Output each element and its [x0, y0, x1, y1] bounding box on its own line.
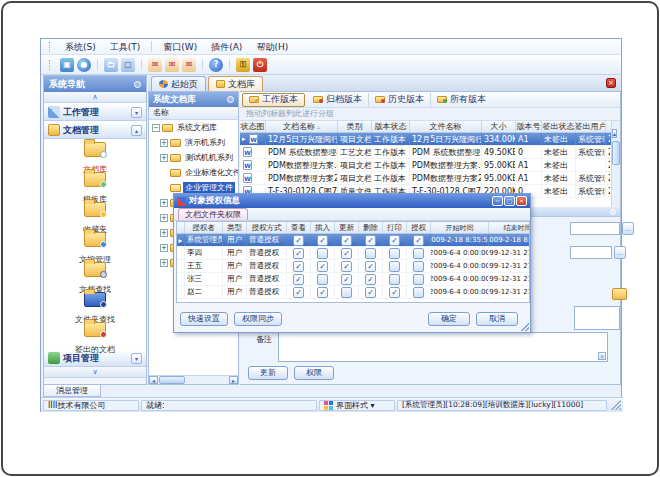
update-button[interactable]: 更新	[248, 366, 288, 380]
help-icon[interactable]: ?	[209, 58, 223, 72]
update-checkbox[interactable]	[341, 261, 352, 272]
chevron-down-icon[interactable]: ▾	[131, 107, 142, 118]
column-header-category[interactable]: 类别	[338, 121, 372, 132]
permission-row[interactable]: 李四用户 普通授权 2009-6-4 0:00:009999-12-31 23:…	[177, 247, 530, 260]
dialog-title-bar[interactable]: 对象授权信息 ─ □ ×	[174, 194, 530, 208]
scroll-up-icon[interactable]: ▴	[612, 129, 617, 138]
mail-receive-icon[interactable]: ✉	[182, 58, 196, 72]
collapse-icon[interactable]: −	[152, 124, 160, 132]
tree-column-header[interactable]: 名称	[149, 107, 238, 120]
maximize-icon[interactable]: □	[504, 196, 515, 206]
scrollbar-thumb[interactable]	[612, 141, 620, 165]
sidebar-item-doc-library[interactable]: 文档库	[44, 142, 146, 172]
tab-folder-permissions[interactable]: 文档文件夹权限	[178, 208, 248, 220]
column-header-version-state[interactable]: 版本状态	[372, 121, 410, 132]
view-checkbox[interactable]	[293, 261, 304, 272]
delete-checkbox[interactable]	[365, 287, 376, 298]
view-checkbox[interactable]	[293, 274, 304, 285]
expand-icon[interactable]: +	[160, 244, 168, 252]
insert-checkbox[interactable]	[317, 235, 328, 246]
remark-textarea[interactable]: ∨	[278, 332, 608, 362]
permission-button[interactable]: 权限	[294, 366, 334, 380]
sidebar-item-doc-search[interactable]: 文档查找	[44, 262, 146, 292]
permission-row[interactable]: 王五用户 普通授权 2009-6-4 0:00:009999-12-31 23:…	[177, 260, 530, 273]
version-tab-archived[interactable]: 归档版本	[307, 93, 369, 107]
sidebar-item-template-library[interactable]: 模板库	[44, 172, 146, 202]
view-checkbox[interactable]	[293, 235, 304, 246]
expand-icon[interactable]: +	[160, 214, 168, 222]
pin-icon[interactable]	[227, 96, 234, 103]
col-end-time[interactable]: 结束时间	[489, 222, 530, 233]
update-checkbox[interactable]	[341, 274, 352, 285]
expand-icon[interactable]: +	[160, 199, 168, 207]
insert-checkbox[interactable]	[317, 248, 328, 259]
version-tab-all[interactable]: 所有版本	[431, 93, 492, 107]
open-library-icon[interactable]: 🗀	[104, 58, 118, 72]
scrollbar-thumb[interactable]	[159, 376, 185, 384]
resize-grip[interactable]	[611, 400, 621, 410]
expand-icon[interactable]: +	[160, 154, 168, 162]
grant-checkbox[interactable]	[413, 274, 424, 285]
ui-style-dropdown[interactable]: 界面样式 ▾	[319, 400, 395, 411]
mail-icon[interactable]: ✉	[148, 58, 162, 72]
mail-send-icon[interactable]: ✉	[165, 58, 179, 72]
column-header-doc-name[interactable]: 文档名称▵	[266, 121, 338, 132]
group-by-band[interactable]: 拖动列标题到此进行分组	[240, 108, 620, 121]
property-field[interactable]	[570, 222, 620, 235]
col-mode[interactable]: 授权方式	[247, 222, 287, 233]
ok-button[interactable]: 确定	[428, 312, 470, 326]
sidebar-item-favorites[interactable]: 收藏夹	[44, 202, 146, 232]
system-icon[interactable]: ▣	[60, 58, 74, 72]
version-tab-history[interactable]: 历史版本	[369, 93, 431, 107]
tree-item[interactable]: + 测试机机系列	[149, 150, 238, 165]
menu-help[interactable]: 帮助(H)	[250, 40, 294, 54]
expand-icon[interactable]: +	[160, 139, 168, 147]
permission-row-selected[interactable]: ▸ 系统管理员用户 普通授权 2009-2-18 8:35:573009-2-1…	[177, 234, 530, 247]
view-checkbox[interactable]	[293, 287, 304, 298]
grant-checkbox[interactable]	[413, 235, 424, 246]
menu-tools[interactable]: 工具(T)	[104, 40, 147, 54]
insert-checkbox[interactable]	[317, 274, 328, 285]
expand-icon[interactable]: +	[160, 229, 168, 237]
quick-setup-button[interactable]: 快速设置	[180, 312, 228, 326]
sidebar-scroll-down[interactable]: ∨	[44, 367, 146, 378]
ellipsis-button[interactable]: …	[622, 222, 634, 235]
col-view[interactable]: 查看	[287, 222, 311, 233]
column-header-status[interactable]: 状态图	[240, 121, 266, 132]
update-checkbox[interactable]	[341, 248, 352, 259]
update-checkbox[interactable]	[341, 287, 352, 298]
network-globe-icon[interactable]: ●	[77, 58, 91, 72]
table-row[interactable]: W PDM 系统数据整理检...工艺文档 工作版本PDM 系统数据整理... 4…	[240, 146, 611, 159]
sidebar-section-work[interactable]: 工作管理 ▾	[44, 103, 146, 121]
tree-item[interactable]: − 系统文档库	[149, 120, 238, 135]
tab-start-page[interactable]: 起始页	[151, 76, 206, 91]
table-row[interactable]: W PDM数据整理方案2.doc项目文档 工作版本PDM数据整理方案2.doc …	[240, 172, 611, 185]
table-row-selected[interactable]: ▸W 12月5日万兴隆阅行...项目文档 工作版本12月5日万兴隆阅行... 3…	[240, 133, 611, 146]
insert-checkbox[interactable]	[317, 287, 328, 298]
print-checkbox[interactable]	[389, 248, 400, 259]
table-row[interactable]: W PDM数据整理方案.doc项目文档 工作版本PDM数据整理方案.doc 95…	[240, 159, 611, 172]
grant-checkbox[interactable]	[413, 287, 424, 298]
view-checkbox[interactable]	[293, 248, 304, 259]
sidebar-item-folder-search[interactable]: 文件夹查找	[44, 292, 146, 322]
grant-checkbox[interactable]	[413, 248, 424, 259]
sidebar-section-project[interactable]: 项目管理 ▾	[44, 349, 146, 367]
permission-row[interactable]: 张三用户 普通授权 2009-6-4 0:00:009999-12-31 23:…	[177, 273, 530, 286]
delete-checkbox[interactable]	[365, 235, 376, 246]
print-checkbox[interactable]	[389, 261, 400, 272]
sidebar-item-doc-control[interactable]: 文控管理	[44, 232, 146, 262]
menu-window[interactable]: 窗口(W)	[157, 40, 203, 54]
minimize-icon[interactable]: ─	[492, 196, 503, 206]
table-vertical-scrollbar[interactable]: ▴	[611, 121, 620, 207]
scroll-down-icon[interactable]: ∨	[598, 352, 606, 360]
pin-icon[interactable]	[610, 209, 616, 215]
update-checkbox[interactable]	[341, 235, 352, 246]
cancel-button[interactable]: 取消	[476, 312, 518, 326]
permission-row[interactable]: 赵二用户 普通授权 2009-6-4 0:00:009999-12-31 23:…	[177, 286, 530, 299]
menu-plugins[interactable]: 插件(A)	[205, 40, 248, 54]
col-insert[interactable]: 插入	[311, 222, 335, 233]
col-start-time[interactable]: 开始时间	[431, 222, 489, 233]
permission-sync-button[interactable]: 权限同步	[234, 312, 282, 326]
chevron-down-icon[interactable]: ▾	[131, 353, 142, 364]
tree-item[interactable]: 企业标准化文件	[149, 165, 238, 180]
